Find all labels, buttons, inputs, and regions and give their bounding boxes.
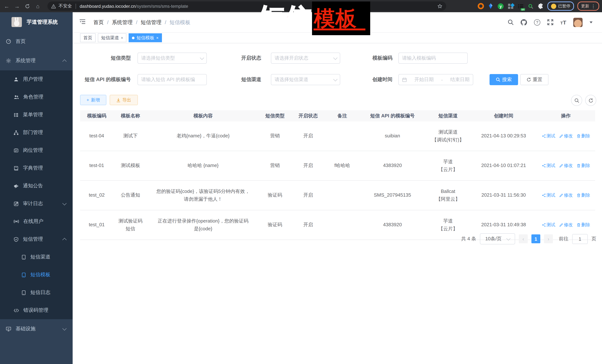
channel-select[interactable]: 请选择短信渠道: [271, 74, 340, 85]
chevron-down-icon: [200, 56, 204, 60]
github-icon[interactable]: [521, 19, 527, 25]
calendar-icon: [402, 77, 407, 82]
test-link[interactable]: 测试: [542, 133, 555, 139]
home-icon[interactable]: ⌂: [32, 1, 43, 11]
extension-grid-icon[interactable]: [507, 3, 514, 10]
extension-y-icon[interactable]: y: [497, 3, 504, 10]
sidebar-item-online-users[interactable]: 在线用户: [0, 213, 73, 230]
avatar-caret-icon[interactable]: [590, 21, 592, 23]
close-icon[interactable]: ×: [121, 36, 123, 40]
chevron-down-icon: [333, 77, 338, 81]
date-range-picker[interactable]: 开始日期 - 结束日期: [398, 74, 473, 85]
test-link[interactable]: 测试: [542, 221, 555, 228]
test-link[interactable]: 测试: [542, 162, 555, 169]
export-button[interactable]: 导出: [110, 95, 138, 105]
status-select[interactable]: 请选择开启状态: [271, 52, 340, 64]
gear-icon: [6, 58, 11, 63]
help-icon[interactable]: ?: [534, 19, 540, 25]
sidebar-item-menus[interactable]: 菜单管理: [0, 106, 73, 124]
refresh-table-button[interactable]: [585, 95, 596, 106]
sidebar-item-roles[interactable]: 角色管理: [0, 88, 73, 106]
sidebar-item-error-code[interactable]: 错误码管理: [0, 302, 73, 319]
sidebar-item-home[interactable]: 首页: [0, 32, 73, 51]
trash-icon: [576, 164, 580, 168]
back-icon[interactable]: ←: [1, 1, 12, 11]
table-header-row: 模板编码 模板名称 模板内容 短信类型 开启状态 备注 短信 API 的模板编号…: [80, 110, 595, 122]
profile-paused-chip[interactable]: 已暂停: [547, 1, 574, 11]
edit-link[interactable]: 修改: [559, 221, 573, 228]
bookmark-star-icon[interactable]: [437, 3, 442, 9]
tab-sms-template[interactable]: 短信模板 ×: [129, 33, 162, 42]
extension-magnifier-icon[interactable]: [527, 3, 534, 10]
table-row: test-04 测试下 老鸡{name}，牛逼{code} 营销 开启 suib…: [80, 122, 595, 151]
sidebar-submenu-system: 用户管理 角色管理 菜单管理 部门管理: [0, 70, 73, 319]
col-name: 模板名称: [113, 110, 148, 122]
breadcrumb-sms[interactable]: 短信管理: [141, 19, 161, 26]
sidebar-item-sms[interactable]: 短信管理: [0, 230, 73, 248]
goto-page-input[interactable]: 1: [572, 234, 588, 244]
breadcrumb: 首页 / 系统管理 / 短信管理 / 短信模板: [93, 19, 190, 26]
address-bar[interactable]: 不安全 dashboard.yudao.iocoder.cn/system/sm…: [47, 1, 446, 11]
sidebar-item-audit-log[interactable]: 审计日志: [0, 195, 73, 213]
page-content: 短信类型 请选择短信类型 开启状态 请选择开启状态 模板编码 请输入模板编码: [73, 43, 602, 364]
sidebar-item-infra[interactable]: 基础设施: [0, 319, 73, 338]
chevron-down-icon: [506, 236, 510, 240]
col-status: 开启状态: [291, 110, 325, 122]
sidebar-item-posts[interactable]: 岗位管理: [0, 141, 73, 159]
sidebar-item-departments[interactable]: 部门管理: [0, 124, 73, 141]
refresh-icon: [527, 77, 531, 82]
code-input[interactable]: 请输入模板编码: [398, 52, 468, 64]
breadcrumb-system[interactable]: 系统管理: [112, 19, 133, 26]
sidebar-item-users[interactable]: 用户管理: [0, 70, 73, 88]
sidebar-item-sms-log[interactable]: 短信日志: [0, 284, 73, 302]
sidebar-logo[interactable]: 芋道管理系统: [0, 12, 73, 32]
breadcrumb-home[interactable]: 首页: [93, 19, 104, 26]
trash-icon: [576, 193, 580, 197]
api-id-input[interactable]: 请输入短信 API 的模板编: [138, 74, 207, 85]
browser-menu-icon[interactable]: ⋮: [591, 3, 595, 9]
tab-sms-channel[interactable]: 短信渠道 ×: [98, 33, 127, 42]
forward-icon[interactable]: →: [12, 1, 22, 11]
page-size-select[interactable]: 10条/页: [480, 233, 515, 244]
tab-home[interactable]: 首页: [80, 33, 96, 42]
monitor-check-icon: [6, 326, 11, 331]
next-page-button[interactable]: ›: [544, 234, 553, 243]
current-page[interactable]: 1: [531, 234, 540, 243]
plus-icon: +: [86, 97, 89, 103]
reload-icon[interactable]: [22, 1, 32, 11]
show-search-button[interactable]: [571, 95, 582, 106]
extensions-puzzle-icon[interactable]: [537, 3, 544, 10]
sidebar-item-system[interactable]: 系统管理: [0, 51, 73, 70]
table-row: test_02 公告通知 您的验证码{code}，该验证码5分钟内有效， 请勿泄…: [80, 180, 595, 210]
security-label: 不安全: [59, 3, 72, 9]
sidebar-item-sms-channel[interactable]: 短信渠道: [0, 248, 73, 266]
delete-link[interactable]: 删除: [576, 192, 590, 199]
prev-page-button[interactable]: ‹: [519, 234, 528, 243]
test-link[interactable]: 测试: [542, 192, 555, 199]
extension-orange-icon[interactable]: [477, 3, 484, 10]
sms-type-select[interactable]: 请选择短信类型: [138, 52, 207, 64]
edit-link[interactable]: 修改: [559, 133, 573, 139]
reset-button[interactable]: 重置: [520, 74, 548, 85]
close-icon[interactable]: ×: [156, 36, 159, 40]
user-avatar[interactable]: [573, 18, 582, 27]
edit-link[interactable]: 修改: [559, 192, 573, 199]
delete-link[interactable]: 删除: [576, 162, 590, 169]
extension-list-icon[interactable]: on: [517, 3, 524, 10]
extension-drop-icon[interactable]: [487, 3, 494, 10]
fullscreen-icon[interactable]: [547, 19, 553, 25]
chevron-up-icon: [63, 59, 67, 63]
browser-update-chip[interactable]: 更新 ⋮: [577, 1, 599, 11]
search-icon: [496, 77, 500, 82]
sidebar-fold-icon[interactable]: [79, 19, 86, 24]
edit-link[interactable]: 修改: [559, 162, 573, 169]
sidebar-item-dict[interactable]: 字典管理: [0, 159, 73, 177]
header-search-icon[interactable]: [508, 19, 514, 25]
sidebar-item-sms-template[interactable]: 短信模板: [0, 266, 73, 284]
font-size-icon[interactable]: TT: [560, 19, 566, 25]
search-button[interactable]: 搜索: [490, 74, 518, 85]
delete-link[interactable]: 删除: [576, 221, 590, 228]
add-button[interactable]: + 新增: [80, 95, 106, 105]
sidebar-item-notice[interactable]: 通知公告: [0, 177, 73, 195]
delete-link[interactable]: 删除: [576, 133, 590, 139]
